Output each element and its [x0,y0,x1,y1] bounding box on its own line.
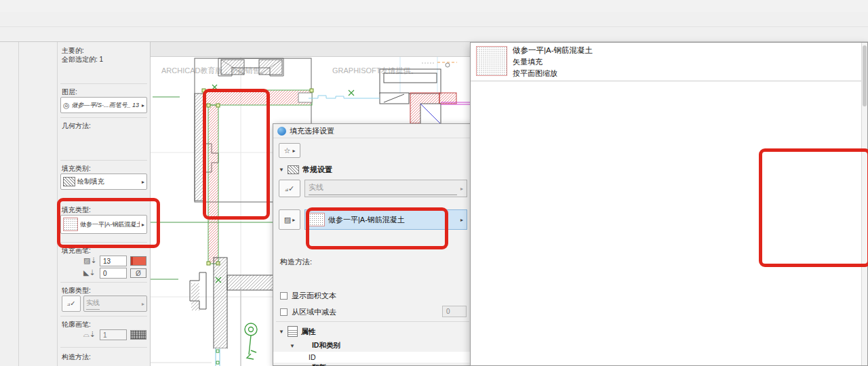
fill-flyout-button[interactable]: ▨▸ [279,209,300,230]
bg-pen-icon: ◣⇣ [83,268,96,277]
fill-settings-dialog: 填充选择设置 ☆▸ ▼ 常规设置 ⟓✓ 实线 ▸ ▨▸ 做参一平|A-钢筋混凝土… [273,123,473,366]
checkbox-icon [280,308,288,316]
info-box-panel: 主要的: 全部选定的: 1 图层: ◎ 做参—平/S-...画笔号_ 13 ▸ … [58,42,151,366]
selected-fill-name: 做参一平|A-钢筋混凝土 [513,45,593,56]
fill-type-combo[interactable]: 做参一平|A-钢筋混凝土 ▸ [60,215,147,234]
fill-category-value: 绘制填充 [77,177,104,186]
fill-pen-label: 填充画笔: [62,246,91,256]
green-x-marker [349,90,354,96]
id-row[interactable]: ID [273,352,472,363]
star-icon: ☆ [284,146,291,155]
wall-vertical [214,258,227,348]
id-category-section[interactable]: ▼ ID和类别 [290,341,340,350]
layer-combo[interactable]: ◎ 做参—平/S-...画笔号_ 13 ▸ [60,97,147,113]
divider [60,117,147,118]
toolbox-panel [19,42,58,366]
favorites-button[interactable]: ☆▸ [279,143,300,158]
tab-bar [151,42,470,57]
renovation-section[interactable]: ▼ 翻新 [290,363,326,366]
contour-pen-chip[interactable] [130,330,146,340]
flyout-arrow-icon: ▸ [142,222,144,228]
chevron-down-icon: ▼ [279,329,284,335]
properties-icon [288,326,298,337]
wall-notch [298,93,312,102]
selected-fill-top[interactable] [203,90,312,105]
contour-pen-input[interactable]: 1 [100,329,127,340]
divider [60,282,147,283]
fill-type-label: 填充类型: [62,205,91,215]
divider [276,321,469,322]
dialog-title: 填充选择设置 [290,126,334,136]
detail-inner [384,73,437,83]
contour-pen-icon: ⌓⇣ [83,330,96,339]
fill-pen-color-chip[interactable] [130,256,146,266]
fill-scale-label: 按平面图缩放 [513,68,557,79]
flyout-arrow-icon: ▸ [142,179,144,185]
contour-type-label: 轮廓类型: [62,286,91,296]
checkbox-icon [280,292,288,300]
checkbox-label: 显示面积文本 [292,291,336,300]
fill-type-value: 做参一平|A-钢筋混凝土 [80,220,140,229]
chevron-down-icon: ▼ [290,343,295,349]
construction-method-label: 构造方法: [62,352,91,362]
fill-swatch [309,213,325,226]
fill-section-icon [288,165,299,174]
subtract-value-input[interactable]: 0 [442,306,467,317]
layer-value: 做参—平/S-...画笔号_ 13 [72,101,140,110]
section-label: 常规设置 [302,165,332,175]
show-area-checkbox[interactable]: 显示面积文本 [280,291,336,301]
chevron-down-icon: ▼ [279,167,284,173]
contour-type-combo[interactable]: 实线 ▸ [83,296,147,312]
contour-type-value: 实线 [86,298,100,310]
fill-picker-dropdown: 做参一平|A-钢筋混凝土 矢量填充 按平面图缩放 [470,42,868,366]
eye-marker-icon[interactable] [446,63,450,67]
eye-icon: ◎ [63,101,70,110]
section-label: 翻新 [312,363,326,366]
scrollbar-thumb[interactable] [863,45,867,106]
flyout-arrow-icon: ▸ [460,186,463,192]
contour-toggle-button[interactable]: ⟓✓ [62,296,81,312]
flyout-arrow-icon: ▸ [142,301,144,307]
fill-type-swatch [63,218,78,231]
fill-pattern-list [471,81,862,365]
id-label: ID [309,353,316,361]
bg-pen-input[interactable]: 0 [100,268,127,279]
fill-category-icon [63,177,75,186]
fill-pen-input[interactable]: 13 [100,256,127,266]
subtract-zone-checkbox[interactable]: 从区域中减去 [280,307,336,317]
selected-count-label: 全部选定的: 1 [62,55,103,64]
contour-pen-label: 轮廓画笔: [62,320,91,329]
bg-pen-none-chip[interactable]: Ø [130,268,146,278]
wall-hatch-strip [195,94,203,201]
fill-category-combo[interactable]: 绘制填充 ▸ [60,174,147,190]
checkbox-label: 从区域中减去 [292,308,336,316]
fill-picker-header: 做参一平|A-钢筋混凝土 矢量填充 按平面图缩放 [471,43,862,81]
divider [60,83,147,84]
fill-type-combo[interactable]: 做参一平|A-钢筋混凝土 ▸ [304,209,467,230]
cyan-stepped-line [309,96,380,98]
fill-kind-label: 矢量填充 [513,57,542,67]
divider [60,242,147,243]
archicad-logo-icon [277,127,286,136]
section-label: ID和类别 [312,341,340,350]
divider [60,160,147,161]
selected-fill-vertical[interactable] [208,105,218,264]
flyout-arrow-icon: ▸ [142,102,144,108]
contour-button[interactable]: ⟓✓ [279,180,300,197]
plant-symbol [245,323,257,359]
scrollbar[interactable] [861,43,867,365]
fill-category-label: 填充类别: [62,164,91,174]
fill-pen-icon: ▨⇣ [83,256,97,265]
toolbar-top [0,12,868,27]
dialog-title-bar[interactable]: 填充选择设置 [273,124,472,138]
divider [60,347,147,348]
section-label: 属性 [301,327,316,337]
properties-section[interactable]: ▼ 属性 [279,326,316,337]
left-icon-strip [0,42,19,366]
linetype-value: 实线 [309,182,457,195]
general-settings-section[interactable]: ▼ 常规设置 [279,165,332,175]
geometry-method-label: 几何方法: [62,121,91,131]
linetype-combo[interactable]: 实线 ▸ [304,180,467,197]
fill-value: 做参一平|A-钢筋混凝土 [328,215,457,225]
divider [60,316,147,317]
